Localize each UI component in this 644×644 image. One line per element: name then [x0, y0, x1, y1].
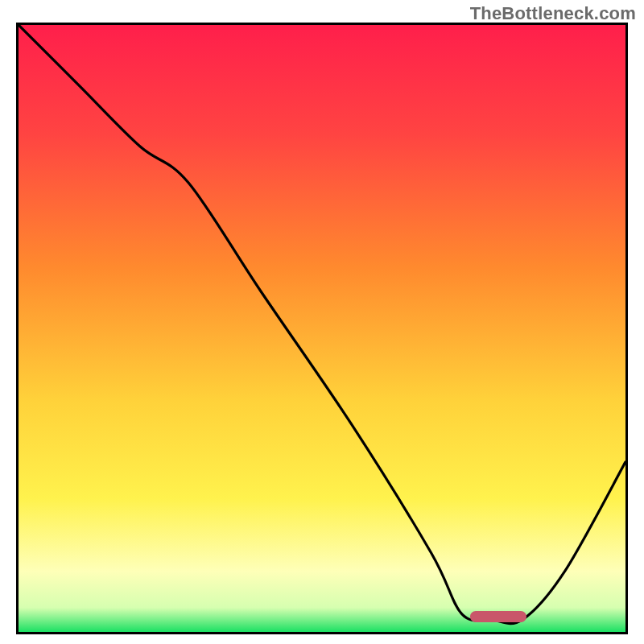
watermark-label: TheBottleneck.com [470, 3, 636, 24]
optimum-marker [470, 611, 526, 622]
bottleneck-curve [19, 25, 625, 632]
plot-frame [16, 23, 628, 634]
chart-stage: TheBottleneck.com [0, 0, 644, 644]
